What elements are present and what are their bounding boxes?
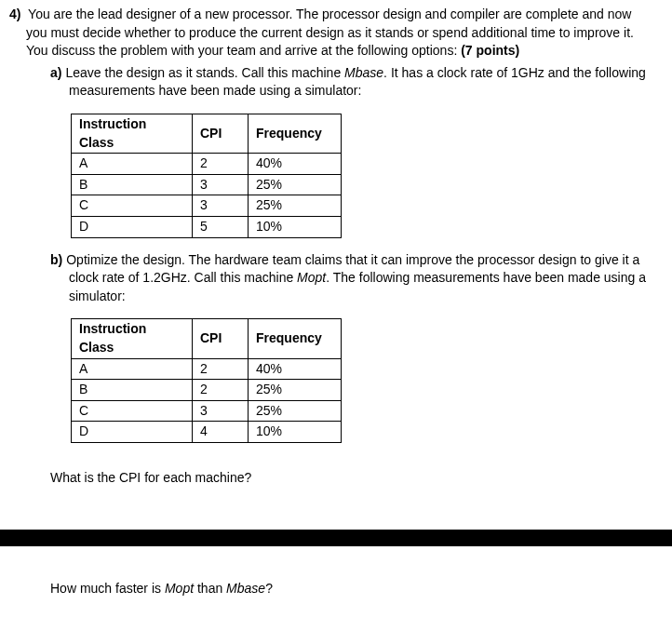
header-freq: Frequency	[249, 114, 342, 153]
cell: 25%	[249, 195, 342, 217]
q2-mid: than	[194, 581, 226, 596]
cell: B	[72, 380, 193, 401]
cell: 2	[193, 358, 249, 380]
table-row: C 3 25%	[72, 195, 342, 217]
part-b: b)Optimize the design. The hardware team…	[50, 251, 653, 306]
cell: 3	[193, 400, 249, 422]
q2-mbase: Mbase	[226, 581, 265, 596]
cell: 10%	[249, 422, 342, 443]
header-class: Instruction Class	[72, 114, 193, 153]
table-row: D 4 10%	[72, 422, 342, 443]
cell: C	[72, 195, 193, 217]
q2-mopt: Mopt	[165, 581, 194, 596]
cell: 2	[193, 380, 249, 401]
cell: D	[72, 216, 193, 237]
table-row: B 2 25%	[72, 380, 342, 401]
table-a: Instruction Class CPI Frequency A 2 40% …	[71, 114, 342, 238]
machine-mbase: Mbase	[344, 65, 383, 80]
question-number: 4)	[9, 7, 20, 21]
cell: A	[72, 154, 193, 175]
cell: 2	[193, 154, 249, 175]
table-row: A 2 40%	[72, 358, 342, 380]
table-header-row: Instruction Class CPI Frequency	[72, 114, 342, 153]
table-header-row: Instruction Class CPI Frequency	[72, 319, 342, 358]
divider-bar	[0, 530, 672, 546]
cell: D	[72, 422, 193, 443]
table-b-wrap: Instruction Class CPI Frequency A 2 40% …	[71, 318, 653, 443]
cell: A	[72, 358, 193, 380]
cell: 3	[193, 174, 249, 195]
header-cpi: CPI	[193, 114, 249, 153]
q2-before: How much faster is	[50, 581, 165, 596]
part-a-text-before: Leave the design as it stands. Call this…	[65, 65, 344, 80]
cell: 25%	[249, 400, 342, 422]
question-intro: 4) You are the lead designer of a new pr…	[6, 6, 653, 60]
table-b: Instruction Class CPI Frequency A 2 40% …	[71, 318, 342, 443]
points-label: (7 points)	[461, 43, 519, 58]
cell: 10%	[249, 216, 342, 237]
question-cpi: What is the CPI for each machine?	[50, 469, 653, 488]
q2-after: ?	[265, 581, 273, 596]
question-faster: How much faster is Mopt than Mbase?	[50, 580, 653, 598]
cell: 25%	[249, 380, 342, 401]
cell: 25%	[249, 174, 342, 195]
header-class: Instruction Class	[72, 319, 193, 358]
table-row: B 3 25%	[72, 174, 342, 195]
cell: 3	[193, 195, 249, 217]
table-a-wrap: Instruction Class CPI Frequency A 2 40% …	[71, 114, 653, 238]
table-row: A 2 40%	[72, 154, 342, 175]
intro-text: You are the lead designer of a new proce…	[26, 7, 634, 58]
cell: C	[72, 400, 193, 422]
table-row: D 5 10%	[72, 216, 342, 237]
header-cpi: CPI	[193, 319, 249, 358]
part-b-label: b)	[50, 252, 62, 267]
machine-mopt: Mopt	[297, 270, 326, 285]
cell: 40%	[249, 358, 342, 380]
cell: 40%	[249, 154, 342, 175]
cell: 5	[193, 216, 249, 237]
cell: 4	[193, 422, 249, 443]
part-a-label: a)	[50, 65, 61, 80]
table-row: C 3 25%	[72, 400, 342, 422]
cell: B	[72, 174, 193, 195]
header-freq: Frequency	[249, 319, 342, 358]
part-a: a)Leave the design as it stands. Call th…	[50, 64, 653, 101]
